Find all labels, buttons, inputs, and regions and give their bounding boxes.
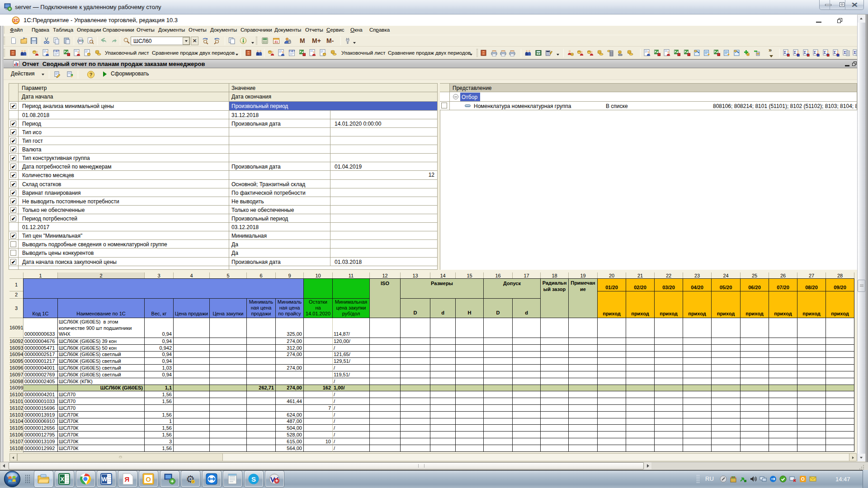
svg-text:Σ: Σ — [824, 50, 826, 55]
svg-text:Σ: Σ — [844, 50, 846, 55]
svg-text:W: W — [102, 476, 108, 483]
svg-text:СЧЕТ: СЧЕТ — [53, 50, 59, 52]
svg-text:1С: 1С — [13, 18, 19, 23]
svg-text:Σ: Σ — [794, 50, 797, 55]
svg-text:Σ: Σ — [804, 50, 807, 55]
svg-text:Σ: Σ — [854, 50, 856, 55]
svg-text:O: O — [146, 475, 151, 483]
svg-text:Σ: Σ — [784, 50, 787, 55]
svg-text:31: 31 — [274, 40, 278, 43]
svg-text:Σ: Σ — [834, 50, 836, 55]
svg-text:WWW: WWW — [731, 476, 736, 479]
svg-text:?: ? — [90, 72, 93, 77]
svg-text:O: O — [801, 477, 805, 482]
svg-text:СЧЕТ: СЧЕТ — [289, 50, 295, 52]
svg-text:X: X — [60, 476, 64, 483]
svg-text:S: S — [251, 475, 256, 483]
svg-text:Σ: Σ — [814, 50, 816, 55]
svg-text:Я: Я — [125, 475, 130, 483]
